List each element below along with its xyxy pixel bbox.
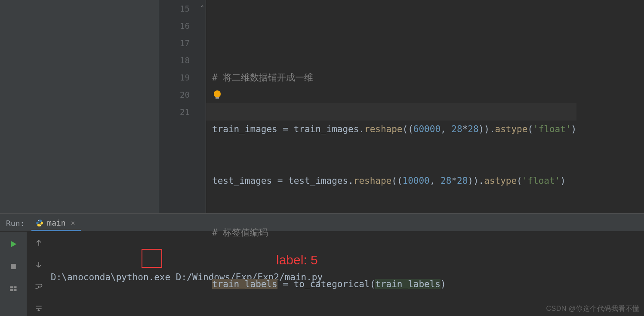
code-text: astype — [484, 176, 517, 186]
code-text: = to_categorical( — [277, 279, 376, 289]
code-text: * — [451, 176, 457, 186]
code-text: ) — [571, 124, 577, 134]
code-text: 10000 — [403, 176, 430, 186]
code-text: train_labels — [375, 279, 441, 289]
code-text: )). — [468, 176, 484, 186]
annotation-box — [142, 249, 162, 268]
console-nav-toolbar — [27, 232, 51, 316]
line-number: 16 — [159, 17, 200, 34]
line-number: 19 — [159, 69, 200, 86]
scroll-to-end-icon[interactable] — [31, 301, 47, 316]
soft-wrap-icon[interactable] — [31, 279, 47, 294]
svg-rect-2 — [11, 264, 16, 269]
run-tab-main[interactable]: main ✕ — [31, 216, 81, 231]
code-area[interactable]: # 将二维数据铺开成一维 train_images = train_images… — [206, 0, 576, 213]
fold-marker-icon[interactable]: ⌃ — [199, 4, 205, 10]
svg-rect-5 — [10, 289, 13, 291]
python-file-icon — [36, 219, 43, 227]
code-text: * — [462, 124, 468, 134]
code-text: 28 — [468, 124, 478, 134]
layout-button[interactable] — [4, 280, 22, 298]
current-line-highlight — [206, 103, 576, 121]
down-arrow-icon[interactable] — [31, 257, 47, 273]
code-text: ) — [441, 279, 446, 289]
code-text: 'float' — [533, 124, 571, 134]
svg-point-1 — [40, 225, 41, 225]
code-text: reshape — [364, 124, 403, 134]
code-text: (( — [391, 176, 402, 186]
code-text: ( — [517, 176, 522, 186]
svg-rect-4 — [14, 286, 17, 288]
line-number: 17 — [159, 34, 200, 52]
intention-bulb-icon[interactable] — [214, 90, 221, 97]
code-text: ) — [560, 176, 566, 186]
code-editor[interactable]: 15⌃ 16 17 18 19 20 21 # 将二维数据铺开成一维 train… — [159, 0, 644, 213]
run-tab-label: main — [47, 218, 65, 227]
code-text: (( — [403, 124, 413, 134]
rerun-button[interactable] — [4, 235, 22, 253]
project-sidebar[interactable] — [0, 0, 159, 213]
code-text: train_images = train_images. — [212, 124, 364, 134]
code-text: , — [430, 176, 441, 186]
up-arrow-icon[interactable] — [31, 235, 47, 251]
svg-rect-3 — [10, 286, 13, 288]
code-text: test_images = test_images. — [212, 176, 354, 186]
code-text: 28 — [441, 176, 451, 186]
svg-point-0 — [38, 220, 39, 220]
line-number: 15⌃ — [159, 0, 200, 17]
code-text: 28 — [457, 176, 468, 186]
svg-rect-6 — [14, 289, 17, 291]
line-gutter: 15⌃ 16 17 18 19 20 21 — [159, 0, 200, 213]
code-text: ( — [527, 124, 533, 134]
line-number: 21 — [159, 103, 200, 121]
watermark: CSDN @你这个代码我看不懂 — [546, 304, 640, 313]
fold-column — [200, 0, 206, 213]
line-number: 18 — [159, 52, 200, 69]
code-comment: # 将二维数据铺开成一维 — [212, 72, 313, 83]
code-text: 60000 — [413, 124, 441, 134]
code-text: )). — [479, 124, 495, 134]
code-comment: # 标签值编码 — [212, 227, 268, 238]
line-number: 20 — [159, 86, 200, 103]
code-text: reshape — [354, 176, 392, 186]
code-text: train_labels — [212, 279, 277, 289]
close-icon[interactable]: ✕ — [71, 219, 75, 227]
annotation-label: label: 5 — [276, 251, 318, 269]
code-text: astype — [495, 124, 528, 134]
run-actions-toolbar — [0, 232, 27, 316]
console-output[interactable]: D:\anoconda\python.exe D:/Windows/Exp/Ex… — [51, 232, 644, 316]
code-text: 28 — [451, 124, 462, 134]
code-text: 'float' — [522, 176, 561, 186]
run-panel-title: Run: — [0, 219, 31, 231]
code-text: , — [441, 124, 451, 134]
stop-button[interactable] — [4, 257, 22, 276]
run-toolwindow-body: D:\anoconda\python.exe D:/Windows/Exp/Ex… — [0, 232, 644, 316]
